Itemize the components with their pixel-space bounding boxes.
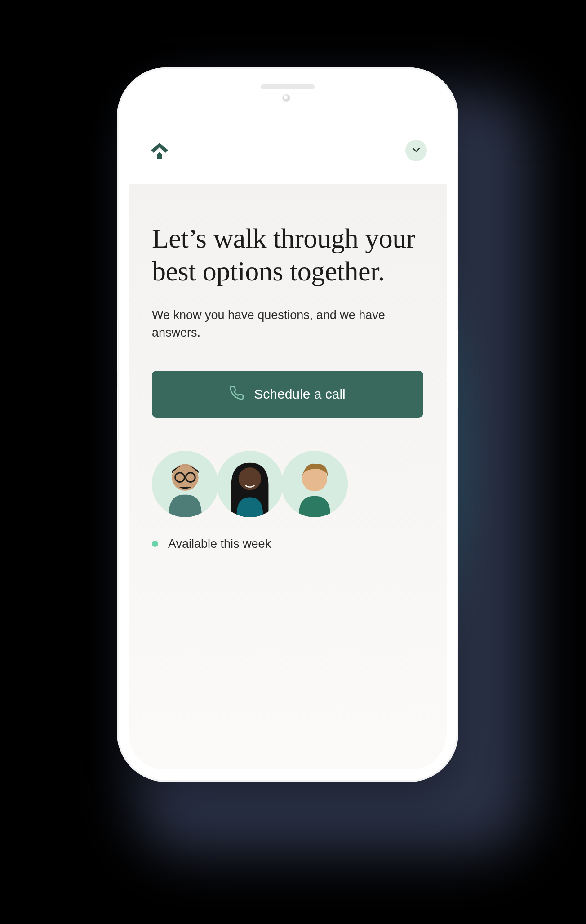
hero-section: Let’s walk through your best options tog… (129, 184, 447, 769)
phone-device-frame: Let’s walk through your best options tog… (117, 67, 458, 782)
schedule-call-button[interactable]: Schedule a call (152, 371, 423, 418)
menu-dropdown-button[interactable] (405, 140, 427, 161)
advisor-avatar-1 (152, 451, 218, 517)
schedule-call-label: Schedule a call (254, 386, 345, 402)
front-camera (282, 94, 290, 102)
speaker-slot (261, 84, 315, 89)
availability-text: Available this week (168, 537, 271, 551)
phone-icon (230, 386, 245, 402)
phone-screen: Let’s walk through your best options tog… (129, 117, 447, 769)
advisor-avatar-2 (217, 451, 283, 517)
volume-up-button (117, 319, 118, 373)
app-header (129, 117, 447, 184)
hero-subhead: We know you have questions, and we have … (152, 307, 404, 342)
availability-row: Available this week (152, 537, 423, 551)
advisor-avatars (152, 451, 423, 517)
power-button (457, 328, 458, 409)
chevron-down-icon (411, 144, 422, 157)
brand-logo[interactable] (148, 139, 171, 162)
house-roof-icon (148, 139, 171, 162)
hero-headline: Let’s walk through your best options tog… (152, 222, 423, 288)
status-dot-icon (152, 541, 158, 547)
advisor-avatar-3 (281, 451, 348, 517)
volume-down-button (117, 386, 118, 440)
